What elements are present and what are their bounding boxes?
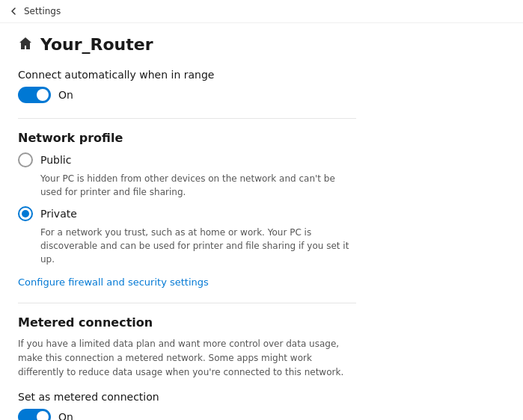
auto-connect-toggle-label: On — [58, 89, 73, 101]
router-name: Your_Router — [40, 35, 153, 54]
home-icon — [18, 36, 33, 53]
page-title-row: Your_Router — [18, 35, 356, 54]
metered-connection-description: If you have a limited data plan and want… — [18, 337, 356, 380]
auto-connect-toggle-row: On — [18, 87, 356, 103]
settings-content: Your_Router Connect automatically when i… — [0, 23, 374, 420]
public-description: Your PC is hidden from other devices on … — [40, 172, 356, 199]
auto-connect-toggle-thumb — [37, 89, 49, 101]
radio-circle-private — [18, 206, 33, 221]
network-profile-title: Network profile — [18, 131, 356, 145]
auto-connect-toggle-track — [18, 87, 51, 103]
metered-toggle-track — [18, 409, 51, 420]
back-button[interactable] — [9, 7, 18, 16]
network-profile-section: Network profile Public Your PC is hidden… — [18, 131, 356, 288]
divider-1 — [18, 118, 356, 119]
auto-connect-label: Connect automatically when in range — [18, 69, 356, 81]
radio-inner-private — [22, 210, 29, 217]
metered-toggle-label: On — [58, 411, 73, 420]
radio-label-public: Public — [40, 154, 71, 166]
private-description: For a network you trust, such as at home… — [40, 226, 356, 266]
metered-toggle-row: On — [18, 409, 356, 420]
metered-connection-section: Metered connection If you have a limited… — [18, 315, 356, 420]
radio-option-public[interactable]: Public — [18, 152, 356, 167]
radio-option-private[interactable]: Private — [18, 206, 356, 221]
radio-label-private: Private — [40, 208, 77, 220]
top-bar-title: Settings — [24, 6, 61, 16]
top-bar: Settings — [0, 0, 523, 23]
metered-connection-title: Metered connection — [18, 315, 356, 330]
radio-circle-public — [18, 152, 33, 167]
firewall-link[interactable]: Configure firewall and security settings — [18, 277, 209, 288]
auto-connect-toggle[interactable] — [18, 87, 51, 103]
divider-2 — [18, 303, 356, 303]
metered-toggle[interactable] — [18, 409, 51, 420]
auto-connect-section: Connect automatically when in range On — [18, 69, 356, 103]
metered-set-label: Set as metered connection — [18, 391, 356, 403]
metered-toggle-thumb — [37, 411, 49, 420]
